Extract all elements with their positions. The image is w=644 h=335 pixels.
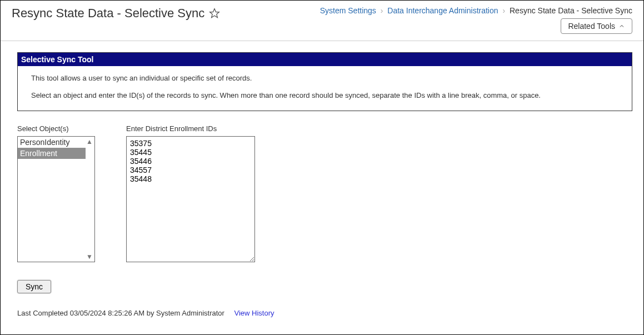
selective-sync-panel: Selective Sync Tool This tool allows a u… — [17, 52, 632, 111]
breadcrumb: System Settings › Data Interchange Admin… — [320, 6, 632, 15]
ids-textarea[interactable] — [126, 136, 255, 262]
panel-title: Selective Sync Tool — [18, 53, 632, 66]
sync-button[interactable]: Sync — [17, 280, 51, 293]
list-item[interactable]: PersonIdentity — [18, 137, 86, 148]
favorite-star-icon[interactable] — [209, 8, 220, 19]
breadcrumb-current: Resync State Data - Selective Sync — [510, 6, 632, 15]
related-tools-button[interactable]: Related Tools — [561, 18, 632, 34]
breadcrumb-data-interchange[interactable]: Data Interchange Administration — [387, 6, 498, 15]
scroll-up-icon[interactable]: ▲ — [86, 138, 93, 146]
list-item[interactable]: Enrollment — [18, 148, 86, 159]
panel-description-1: This tool allows a user to sync an indiv… — [31, 73, 618, 84]
svg-marker-0 — [210, 9, 219, 18]
scroll-down-icon[interactable]: ▼ — [86, 253, 93, 261]
last-completed-text: Last Completed 03/05/2024 8:25:26 AM by … — [17, 309, 224, 317]
chevron-right-icon: › — [381, 6, 383, 15]
select-objects-label: Select Object(s) — [17, 124, 95, 133]
enter-ids-label: Enter District Enrollment IDs — [126, 124, 255, 133]
page-title: Resync State Data - Selective Sync — [12, 6, 204, 21]
breadcrumb-system-settings[interactable]: System Settings — [320, 6, 376, 15]
chevron-up-icon — [618, 23, 625, 29]
view-history-link[interactable]: View History — [234, 309, 274, 317]
page-header: Resync State Data - Selective Sync Syste… — [1, 1, 643, 41]
chevron-right-icon: › — [502, 6, 505, 15]
objects-listbox[interactable]: PersonIdentityEnrollment ▲ ▼ — [17, 136, 95, 262]
panel-description-2: Select an object and enter the ID(s) of … — [31, 90, 618, 102]
related-tools-label: Related Tools — [568, 22, 615, 31]
